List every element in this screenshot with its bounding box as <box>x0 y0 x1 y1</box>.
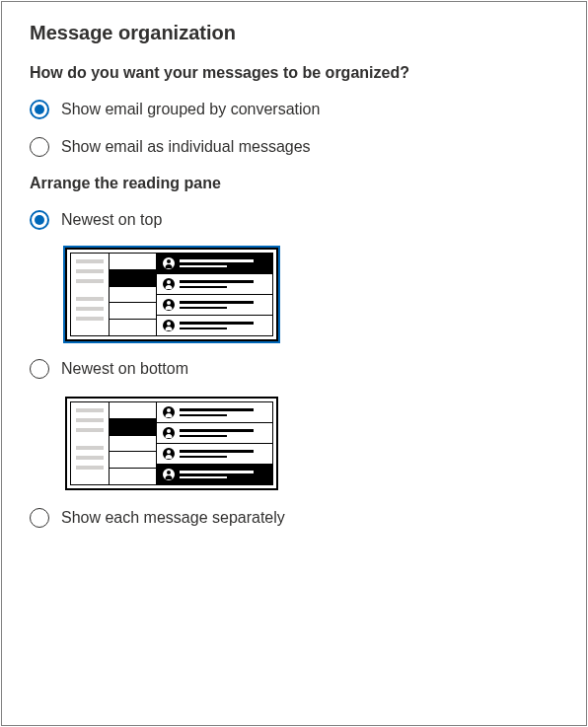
radio-label: Newest on bottom <box>61 360 188 378</box>
text-line <box>180 259 254 262</box>
list-cell <box>110 254 156 270</box>
message-row <box>157 444 272 465</box>
option-newest-on-top[interactable]: Newest on top <box>30 210 558 230</box>
preview-newest-on-top[interactable] <box>65 248 558 341</box>
list-cell <box>110 287 156 304</box>
preview-nav-column <box>71 402 109 484</box>
nav-line <box>76 269 104 273</box>
list-cell <box>110 436 156 453</box>
radio-icon <box>30 508 49 528</box>
message-row-highlighted <box>157 254 272 274</box>
list-cell <box>110 303 156 320</box>
radio-icon <box>30 359 49 379</box>
preview-newest-on-bottom[interactable] <box>65 397 558 490</box>
list-cell <box>110 402 156 419</box>
nav-line <box>76 456 104 460</box>
preview-list-column <box>109 402 156 484</box>
preview-box <box>65 397 278 490</box>
avatar-icon <box>163 257 175 269</box>
preview-list-column <box>109 254 156 335</box>
avatar-icon <box>163 469 175 480</box>
avatar-icon <box>163 299 175 311</box>
text-line <box>180 456 227 458</box>
nav-line <box>76 418 104 422</box>
page-title: Message organization <box>30 22 558 44</box>
text-line <box>180 265 227 267</box>
nav-line <box>76 317 104 321</box>
text-line <box>180 471 254 473</box>
organization-question: How do you want your messages to be orga… <box>30 64 558 82</box>
message-lines <box>180 408 266 416</box>
list-cell-active <box>110 270 156 287</box>
message-lines <box>180 429 266 437</box>
radio-icon <box>30 100 49 119</box>
text-line <box>180 286 227 288</box>
nav-line <box>76 446 104 450</box>
nav-line <box>76 428 104 432</box>
radio-icon <box>30 210 49 230</box>
text-line <box>180 327 227 329</box>
nav-line <box>76 259 104 263</box>
text-line <box>180 322 254 325</box>
text-line <box>180 476 227 478</box>
avatar-icon <box>163 278 175 290</box>
preview-nav-column <box>71 254 109 335</box>
option-newest-on-bottom[interactable]: Newest on bottom <box>30 359 558 379</box>
message-lines <box>180 301 266 309</box>
nav-line <box>76 408 104 412</box>
message-row <box>157 423 272 444</box>
text-line <box>180 435 227 437</box>
nav-line <box>76 466 104 470</box>
avatar-icon <box>163 427 175 439</box>
text-line <box>180 307 227 309</box>
option-show-each-separately[interactable]: Show each message separately <box>30 508 558 528</box>
text-line <box>180 301 254 304</box>
text-line <box>180 414 227 416</box>
message-lines <box>180 471 266 478</box>
message-row <box>157 316 272 335</box>
radio-icon <box>30 137 49 157</box>
avatar-icon <box>163 448 175 460</box>
message-lines <box>180 450 266 458</box>
list-cell <box>110 452 156 469</box>
radio-label: Show each message separately <box>61 509 285 527</box>
message-organization-panel: Message organization How do you want you… <box>1 1 587 726</box>
preview-box <box>65 248 278 341</box>
option-individual-messages[interactable]: Show email as individual messages <box>30 137 558 157</box>
radio-label: Show email as individual messages <box>61 138 311 156</box>
list-cell-active <box>110 419 156 436</box>
message-row <box>157 295 272 316</box>
message-lines <box>180 259 266 267</box>
preview-messages-column <box>156 254 272 335</box>
message-row <box>157 274 272 295</box>
arrange-reading-pane-heading: Arrange the reading pane <box>30 175 558 192</box>
message-row-highlighted <box>157 465 272 484</box>
list-cell <box>110 469 156 484</box>
message-lines <box>180 322 266 329</box>
avatar-icon <box>163 406 175 418</box>
text-line <box>180 429 254 432</box>
text-line <box>180 280 254 283</box>
preview-inner <box>70 253 273 336</box>
radio-label: Newest on top <box>61 211 162 229</box>
list-cell <box>110 320 156 335</box>
option-grouped-by-conversation[interactable]: Show email grouped by conversation <box>30 100 558 119</box>
avatar-icon <box>163 320 175 331</box>
text-line <box>180 408 254 411</box>
message-lines <box>180 280 266 288</box>
text-line <box>180 450 254 453</box>
preview-inner <box>70 401 273 485</box>
preview-messages-column <box>156 402 272 484</box>
radio-label: Show email grouped by conversation <box>61 101 320 118</box>
message-row <box>157 402 272 423</box>
nav-line <box>76 307 104 311</box>
nav-line <box>76 297 104 301</box>
nav-line <box>76 279 104 283</box>
